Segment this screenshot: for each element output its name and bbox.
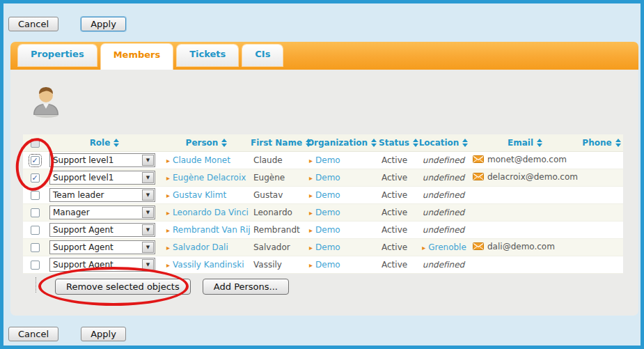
first-name-cell: Rembrandt [251, 221, 305, 238]
first-name-cell: Leonardo [251, 203, 305, 221]
row-checkbox[interactable] [31, 208, 40, 217]
table-row: Support Agent ▼ ▸Rembrandt Van Rijn Remb… [23, 221, 623, 238]
organization-link[interactable]: Demo [315, 260, 340, 270]
chevron-down-icon[interactable]: ▼ [142, 242, 154, 253]
role-select[interactable]: Support Agent ▼ [49, 240, 155, 254]
status-cell: Active [379, 256, 417, 273]
organization-link[interactable]: Demo [315, 208, 340, 217]
person-link[interactable]: Rembrandt Van Rijn [173, 225, 251, 235]
first-name-cell: Claude [251, 151, 305, 169]
organization-link[interactable]: Demo [315, 155, 340, 165]
chevron-down-icon[interactable]: ▼ [142, 155, 154, 166]
role-select[interactable]: Support Agent ▼ [49, 223, 155, 237]
location-cell: ▸undefined [417, 256, 470, 273]
envelope-icon [473, 173, 484, 183]
location-text: undefined [423, 225, 464, 235]
column-header-email[interactable]: Email [470, 134, 580, 151]
window-background: Cancel Apply Properties Members Tickets … [3, 3, 641, 346]
tab-tickets[interactable]: Tickets [177, 45, 238, 66]
location-text: undefined [423, 208, 464, 217]
link-arrow-icon: ▸ [309, 244, 313, 251]
table-row: Support level1 ▼ ▸Claude Monet Claude ▸D… [23, 151, 623, 169]
person-link[interactable]: Gustav Klimt [173, 190, 226, 200]
chevron-down-icon[interactable]: ▼ [142, 172, 154, 183]
organization-link[interactable]: Demo [315, 225, 340, 235]
cancel-button-top[interactable]: Cancel [8, 17, 58, 31]
tab-cis[interactable]: CIs [242, 45, 283, 66]
link-arrow-icon: ▸ [309, 192, 313, 199]
role-select[interactable]: Support level1 ▼ [49, 171, 155, 185]
organization-link[interactable]: Demo [315, 173, 340, 183]
tab-members[interactable]: Members [101, 44, 173, 70]
phone-cell [580, 203, 623, 221]
organization-link[interactable]: Demo [315, 190, 340, 200]
column-header-person[interactable]: Person [162, 134, 251, 151]
phone-cell [580, 221, 623, 238]
column-header-location[interactable]: Location [417, 134, 470, 151]
column-header-first-name[interactable]: First Name [251, 134, 305, 151]
chevron-down-icon[interactable]: ▼ [142, 224, 154, 235]
remove-selected-button[interactable]: Remove selected objects [55, 279, 191, 295]
location-text: undefined [423, 173, 464, 183]
apply-button-bottom[interactable]: Apply [81, 327, 126, 341]
chevron-down-icon[interactable]: ▼ [142, 207, 154, 218]
role-select-value: Support Agent [50, 242, 142, 252]
members-table: Role Person First Name Organization Stat… [23, 134, 623, 274]
column-header-status[interactable]: Status [379, 134, 417, 151]
role-select-value: Support Agent [50, 225, 142, 235]
location-cell: ▸undefined [417, 186, 470, 203]
member-table-body: Support level1 ▼ ▸Claude Monet Claude ▸D… [23, 151, 623, 273]
row-checkbox[interactable] [31, 226, 40, 235]
status-cell: Active [379, 221, 417, 238]
location-cell: ▸undefined [417, 151, 470, 169]
role-select[interactable]: Support Agent ▼ [49, 258, 155, 272]
phone-cell [580, 186, 623, 203]
location-cell: ▸undefined [417, 169, 470, 186]
column-header-phone[interactable]: Phone [580, 134, 623, 151]
person-link[interactable]: Eugène Delacroix [173, 173, 246, 183]
cancel-button-bottom[interactable]: Cancel [8, 327, 58, 341]
first-name-cell: Vassily [251, 256, 305, 273]
row-checkbox[interactable] [31, 261, 40, 270]
tab-properties[interactable]: Properties [18, 45, 97, 66]
add-persons-button[interactable]: Add Persons... [203, 279, 289, 295]
column-header-organization[interactable]: Organization [305, 134, 379, 151]
sort-arrows-icon [371, 139, 377, 147]
role-select-value: Manager [50, 208, 142, 217]
chevron-down-icon[interactable]: ▼ [142, 189, 154, 201]
select-all-checkbox[interactable] [31, 139, 40, 148]
table-row: Support level1 ▼ ▸Eugène Delacroix Eugèn… [23, 169, 623, 186]
role-select-value: Support level1 [50, 173, 142, 183]
phone-cell [580, 238, 623, 256]
person-link[interactable]: Claude Monet [173, 155, 230, 165]
sort-arrows-icon [462, 139, 468, 147]
row-checkbox[interactable] [31, 173, 40, 183]
chevron-down-icon[interactable]: ▼ [142, 259, 154, 270]
organization-link[interactable]: Demo [315, 242, 340, 252]
apply-button-top[interactable]: Apply [81, 17, 126, 31]
role-select[interactable]: Manager ▼ [49, 205, 155, 219]
person-icon [28, 84, 61, 118]
location-text: undefined [423, 190, 464, 200]
role-select[interactable]: Support level1 ▼ [49, 153, 155, 167]
sort-arrows-icon [537, 139, 542, 147]
first-name-cell: Salvador [251, 238, 305, 256]
row-checkbox[interactable] [31, 191, 40, 200]
link-arrow-icon: ▸ [166, 192, 170, 199]
phone-cell [580, 256, 623, 273]
column-header-role[interactable]: Role [47, 134, 162, 151]
row-checkbox[interactable] [31, 156, 40, 165]
person-link[interactable]: Vassily Kandinski [173, 260, 244, 270]
table-row: Team leader ▼ ▸Gustav Klimt Gustav ▸Demo… [23, 186, 623, 203]
row-checkbox[interactable] [31, 243, 40, 252]
role-select[interactable]: Team leader ▼ [49, 188, 155, 202]
first-name-cell: Gustav [251, 186, 305, 203]
link-arrow-icon: ▸ [309, 261, 313, 269]
link-arrow-icon: ▸ [309, 157, 313, 164]
role-select-value: Team leader [50, 190, 142, 200]
status-cell: Active [379, 169, 417, 186]
top-toolbar: Cancel Apply [8, 17, 126, 31]
person-link[interactable]: Leonardo Da Vinci [173, 208, 249, 217]
envelope-icon [473, 242, 484, 252]
person-link[interactable]: Salvador Dali [173, 242, 228, 252]
